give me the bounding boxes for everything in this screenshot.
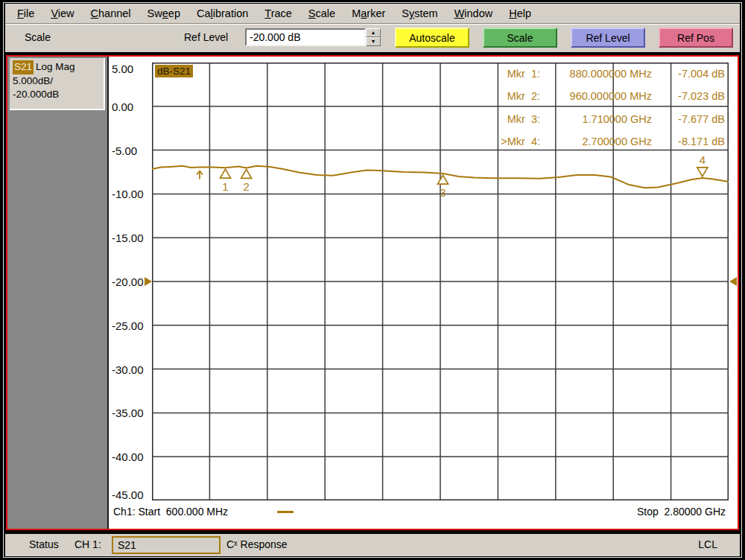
ref-level-spinner: ▲ ▼ <box>366 28 381 46</box>
trace-name-chip: S21 <box>13 60 34 74</box>
cal-status-label: Cˣ Response <box>226 538 288 550</box>
menu-item-marker[interactable]: Marker <box>343 7 393 19</box>
marker-3-symbol[interactable] <box>438 175 448 184</box>
y-axis-label: -15.00 <box>112 232 144 244</box>
menu-item-channel[interactable]: Channel <box>83 7 139 19</box>
trace-measurement-tag: dB-S21 <box>155 65 193 77</box>
marker-readout-label: Mkr 1: <box>428 66 540 81</box>
menu-item-help[interactable]: Help <box>501 7 539 19</box>
y-axis-label: -45.00 <box>112 489 144 501</box>
trace-info-box[interactable]: S21Log Mag 5.000dB/ -20.000dB <box>10 58 105 110</box>
marker-readout-frequency: 2.700000 GHz <box>540 134 652 149</box>
y-axis-label: -5.00 <box>112 144 137 156</box>
menu-item-sweep[interactable]: Sweep <box>139 7 188 19</box>
trace-scale-label: 5.000dB/ <box>13 74 101 89</box>
trace-ref-label: -20.000dB <box>13 88 101 102</box>
marker-readout-row: Mkr 3:1.710000 GHz-7.677 dB <box>428 112 725 127</box>
trace-color-swatch <box>277 511 294 513</box>
marker-3-number: 3 <box>440 186 446 199</box>
marker-readout-label: >Mkr 4: <box>428 134 540 149</box>
y-axis-label: -35.00 <box>112 407 144 419</box>
marker-1-number: 1 <box>222 180 228 193</box>
trace-annotation-arrow-icon <box>197 171 203 179</box>
y-axis-label: -25.00 <box>112 319 144 331</box>
spinner-down-button[interactable]: ▼ <box>366 37 381 46</box>
y-axis-label: -30.00 <box>112 363 144 375</box>
toolbar-title: Scale <box>25 31 51 43</box>
marker-2-number: 2 <box>243 180 249 193</box>
sweep-stop-label: Stop 2.80000 GHz <box>637 504 726 519</box>
marker-1-symbol[interactable] <box>221 169 231 178</box>
menu-item-scale[interactable]: Scale <box>300 7 343 19</box>
ref-level-label: Ref Level <box>184 31 228 43</box>
ref-level-button[interactable]: Ref Level <box>571 28 645 48</box>
measurement-plot: 1234 <box>152 63 729 500</box>
y-axis-label: -40.00 <box>112 451 144 463</box>
y-axis-label: -10.00 <box>112 188 144 200</box>
marker-2-symbol[interactable] <box>241 169 252 178</box>
graticule-area: 1234 dB-S21 Mkr 1:880.000000 MHz-7.004 d… <box>152 63 729 500</box>
menu-item-calibration[interactable]: Calibration <box>188 7 256 19</box>
menu-item-file[interactable]: File <box>9 7 42 19</box>
status-bar: Status CH 1: S21 Cˣ Response LCL <box>5 534 740 556</box>
marker-readout-frequency: 880.000000 MHz <box>540 66 652 81</box>
y-axis-label: 0.00 <box>112 100 133 112</box>
channel-label: CH 1: <box>74 538 101 550</box>
menu-item-system[interactable]: System <box>393 7 446 19</box>
marker-4-symbol[interactable] <box>697 168 708 176</box>
menu-item-window[interactable]: Window <box>446 7 501 19</box>
marker-readout-label: Mkr 2: <box>428 89 540 104</box>
channel-display-frame: S21Log Mag 5.000dB/ -20.000dB 5.000.00-5… <box>6 55 739 530</box>
local-mode-label: LCL <box>698 538 717 550</box>
measurement-box[interactable]: S21 <box>112 536 221 554</box>
window-chrome: FileViewChannelSweepCalibrationTraceScal… <box>5 4 740 52</box>
marker-readout-value: -7.004 dB <box>652 66 725 81</box>
analyzer-window: FileViewChannelSweepCalibrationTraceScal… <box>0 0 745 560</box>
status-label: Status <box>29 538 59 550</box>
marker-readout-frequency: 960.000000 MHz <box>540 89 652 104</box>
marker-readout-value: -8.171 dB <box>652 134 725 149</box>
marker-readout-row: Mkr 2:960.000000 MHz-7.023 dB <box>428 89 725 104</box>
menu-bar: FileViewChannelSweepCalibrationTraceScal… <box>5 4 740 24</box>
menu-item-view[interactable]: View <box>42 7 82 19</box>
marker-readout-value: -7.023 dB <box>652 89 725 104</box>
sweep-start-label: Ch1: Start 600.000 MHz <box>113 504 228 519</box>
trace-sidebar: S21Log Mag 5.000dB/ -20.000dB <box>7 57 109 529</box>
autoscale-button[interactable]: Autoscale <box>395 28 469 48</box>
y-axis-label: -20.00 <box>112 276 144 288</box>
marker-readout-frequency: 1.710000 GHz <box>540 112 652 127</box>
marker-readout-row: >Mkr 4:2.700000 GHz-8.171 dB <box>428 134 725 149</box>
ref-level-input[interactable] <box>245 28 366 46</box>
y-axis-label: 5.00 <box>112 63 133 75</box>
trace-format-label: Log Mag <box>36 61 75 72</box>
ref-level-arrow-left <box>145 277 152 286</box>
ref-pos-button[interactable]: Ref Pos <box>659 28 733 48</box>
menu-item-trace[interactable]: Trace <box>256 7 300 19</box>
scale-toolbar: Scale Ref Level ▲ ▼ AutoscaleScaleRef Le… <box>5 24 740 52</box>
scale-button[interactable]: Scale <box>483 28 557 48</box>
marker-readout-value: -7.677 dB <box>652 112 725 127</box>
marker-4-number: 4 <box>700 153 706 166</box>
ref-level-arrow-right <box>729 277 737 286</box>
spinner-up-button[interactable]: ▲ <box>366 28 381 37</box>
marker-readout-label: Mkr 3: <box>428 112 540 127</box>
marker-readout-row: Mkr 1:880.000000 MHz-7.004 dB <box>428 66 725 81</box>
